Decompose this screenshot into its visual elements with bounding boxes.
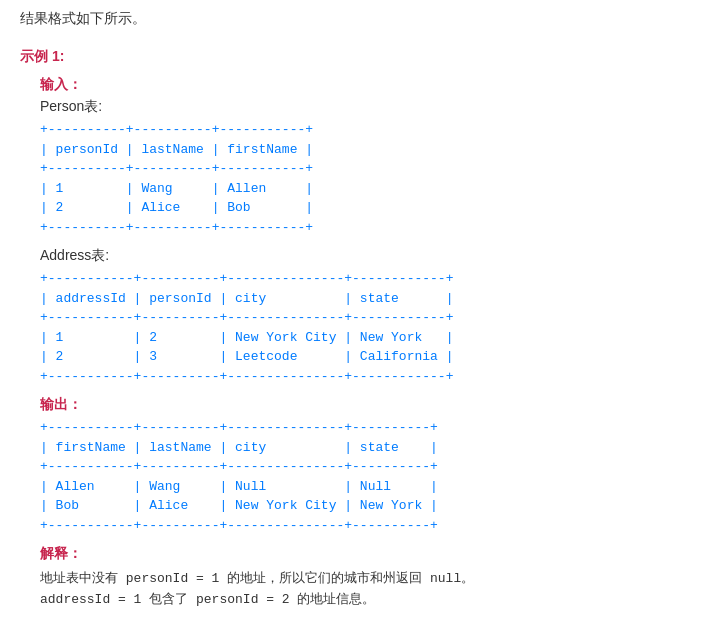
person-table: +----------+----------+-----------+ | pe… xyxy=(40,120,705,237)
intro-text: 结果格式如下所示。 xyxy=(20,10,705,28)
output-label: 输出： xyxy=(40,396,705,414)
explain-text: 地址表中没有 personId = 1 的地址，所以它们的城市和州返回 null… xyxy=(40,569,705,611)
input-section: 输入： Person表: +----------+----------+----… xyxy=(40,76,705,386)
person-table-label: Person表: xyxy=(40,98,705,116)
address-table: +-----------+----------+---------------+… xyxy=(40,269,705,386)
example-1-title: 示例 1: xyxy=(20,48,705,66)
example-1-section: 示例 1: 输入： Person表: +----------+---------… xyxy=(20,48,705,611)
explain-line1: 地址表中没有 personId = 1 的地址，所以它们的城市和州返回 null… xyxy=(40,571,474,586)
address-table-label: Address表: xyxy=(40,247,705,265)
explain-line2: addressId = 1 包含了 personId = 2 的地址信息。 xyxy=(40,592,375,607)
output-section: 输出： +-----------+----------+------------… xyxy=(40,396,705,535)
input-label: 输入： xyxy=(40,76,705,94)
output-table: +-----------+----------+---------------+… xyxy=(40,418,705,535)
explain-label: 解释： xyxy=(40,545,705,563)
explanation-section: 解释： 地址表中没有 personId = 1 的地址，所以它们的城市和州返回 … xyxy=(40,545,705,611)
